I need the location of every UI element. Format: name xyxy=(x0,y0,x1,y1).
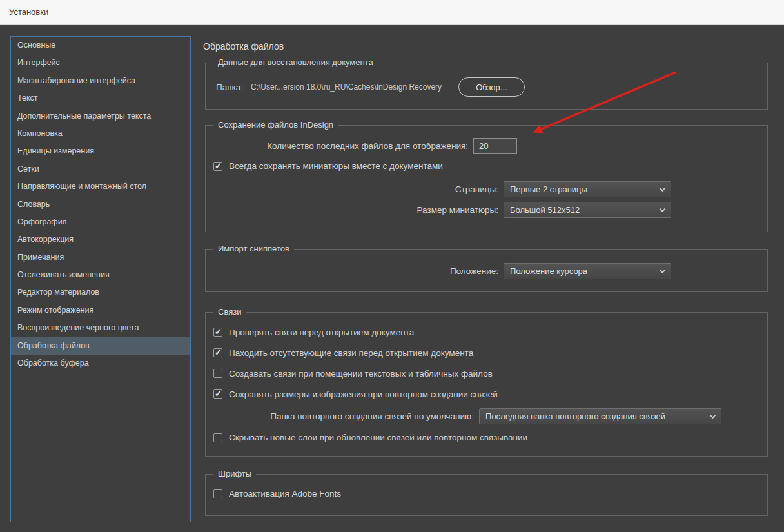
relink-folder-label: Папка повторного создания связей по умол… xyxy=(206,411,474,421)
links-checkbox-list: Проверять связи перед открытием документ… xyxy=(213,322,498,404)
window-titlebar: Установки xyxy=(0,0,784,25)
preferences-sidebar: ОсновныеИнтерфейсМасштабирование интерфе… xyxy=(10,36,191,522)
group-saving-legend: Сохранение файлов InDesign xyxy=(213,120,338,130)
sidebar-item[interactable]: Орфография xyxy=(11,213,190,231)
sidebar-item[interactable]: Масштабирование интерфейса xyxy=(11,72,190,90)
group-fonts: Шрифты Автоактивация Adobe Fonts xyxy=(205,474,768,516)
hide-layers-checkbox[interactable] xyxy=(213,433,222,442)
sidebar-item[interactable]: Воспроизведение черного цвета xyxy=(11,319,190,337)
sidebar-item[interactable]: Автокоррекция xyxy=(11,231,190,248)
position-label: Положение: xyxy=(206,266,498,276)
sidebar-item[interactable]: Основные xyxy=(11,37,190,54)
links-checkbox-row: Создавать связи при помещении текстовых … xyxy=(213,363,498,384)
sidebar-item[interactable]: Примечания xyxy=(11,249,190,266)
thumbnails-checkbox-label: Всегда сохранять миниатюры вместе с доку… xyxy=(229,161,443,171)
links-checkbox[interactable] xyxy=(213,348,222,357)
hide-layers-checkbox-label: Скрывать новые слои при обновлении связе… xyxy=(229,433,527,442)
group-snippet-import: Импорт сниппетов Положение: Положение ку… xyxy=(205,249,768,292)
recent-files-label: Количество последних файлов для отображе… xyxy=(206,141,468,151)
group-fonts-legend: Шрифты xyxy=(213,469,256,478)
sidebar-list: ОсновныеИнтерфейсМасштабирование интерфе… xyxy=(11,37,190,372)
chevron-down-icon xyxy=(660,267,666,273)
page-title: Обработка файлов xyxy=(203,41,284,52)
group-recovery-data: Данные для восстановления документа Папк… xyxy=(205,63,768,110)
links-checkbox[interactable] xyxy=(213,328,222,337)
adobe-fonts-checkbox[interactable] xyxy=(213,489,222,498)
sidebar-item[interactable]: Обработка файлов xyxy=(11,337,190,355)
adobe-fonts-checkbox-label: Автоактивация Adobe Fonts xyxy=(229,489,341,498)
sidebar-item[interactable]: Направляющие и монтажный стол xyxy=(11,178,190,195)
chevron-down-icon xyxy=(660,206,666,212)
links-checkbox[interactable] xyxy=(213,369,222,378)
links-checkbox-row: Проверять связи перед открытием документ… xyxy=(213,322,498,342)
pages-dropdown-value: Первые 2 страницы xyxy=(510,184,587,194)
sidebar-item[interactable]: Режим отображения xyxy=(11,302,190,319)
group-snippet-legend: Импорт сниппетов xyxy=(213,244,294,253)
sidebar-item[interactable]: Интерфейс xyxy=(11,54,190,72)
group-saving-files: Сохранение файлов InDesign Количество по… xyxy=(205,125,768,232)
group-links-legend: Связи xyxy=(213,307,246,317)
window-title: Установки xyxy=(9,7,48,17)
position-dropdown[interactable]: Положение курсора xyxy=(504,263,671,279)
links-checkbox-label: Проверять связи перед открытием документ… xyxy=(229,328,414,337)
group-links: Связи Проверять связи перед открытием до… xyxy=(205,312,768,457)
folder-label: Папка: xyxy=(216,83,243,92)
links-checkbox-row: Находить отсутствующие связи перед откры… xyxy=(213,342,498,363)
sidebar-item[interactable]: Редактор материалов xyxy=(11,284,190,301)
chevron-down-icon xyxy=(710,412,716,419)
sidebar-item[interactable]: Текст xyxy=(11,90,190,107)
group-recovery-legend: Данные для восстановления документа xyxy=(213,57,378,67)
recovery-folder-path: C:\User...ersion 18.0\ru_RU\Caches\InDes… xyxy=(251,83,442,92)
relink-folder-dropdown[interactable]: Последняя папка повторного создания связ… xyxy=(479,408,721,424)
recent-files-input[interactable] xyxy=(473,138,517,154)
thumb-size-label: Размер миниатюры: xyxy=(206,205,498,215)
sidebar-item[interactable]: Единицы измерения xyxy=(11,143,190,160)
chevron-down-icon xyxy=(660,185,666,192)
relink-folder-dropdown-value: Последняя папка повторного создания связ… xyxy=(485,411,665,421)
links-checkbox-label: Находить отсутствующие связи перед откры… xyxy=(229,348,473,358)
links-checkbox-label: Сохранять размеры изображения при повтор… xyxy=(229,389,498,399)
position-dropdown-value: Положение курсора xyxy=(510,266,587,276)
thumb-size-dropdown[interactable]: Большой 512x512 xyxy=(504,202,671,218)
sidebar-item[interactable]: Сетки xyxy=(11,161,190,178)
sidebar-item[interactable]: Компоновка xyxy=(11,125,190,143)
thumbnails-checkbox[interactable] xyxy=(213,162,222,171)
browse-button[interactable]: Обзор... xyxy=(458,77,524,97)
pages-dropdown[interactable]: Первые 2 страницы xyxy=(504,181,671,197)
pages-label: Страницы: xyxy=(206,184,498,194)
thumb-size-dropdown-value: Большой 512x512 xyxy=(510,205,580,215)
sidebar-item[interactable]: Отслеживать изменения xyxy=(11,266,190,284)
links-checkbox-row: Сохранять размеры изображения при повтор… xyxy=(213,384,498,404)
links-checkbox[interactable] xyxy=(213,389,222,399)
sidebar-item[interactable]: Дополнительные параметры текста xyxy=(11,108,190,125)
sidebar-item[interactable]: Обработка буфера xyxy=(11,355,190,372)
links-checkbox-label: Создавать связи при помещении текстовых … xyxy=(229,369,493,379)
sidebar-item[interactable]: Словарь xyxy=(11,196,190,213)
